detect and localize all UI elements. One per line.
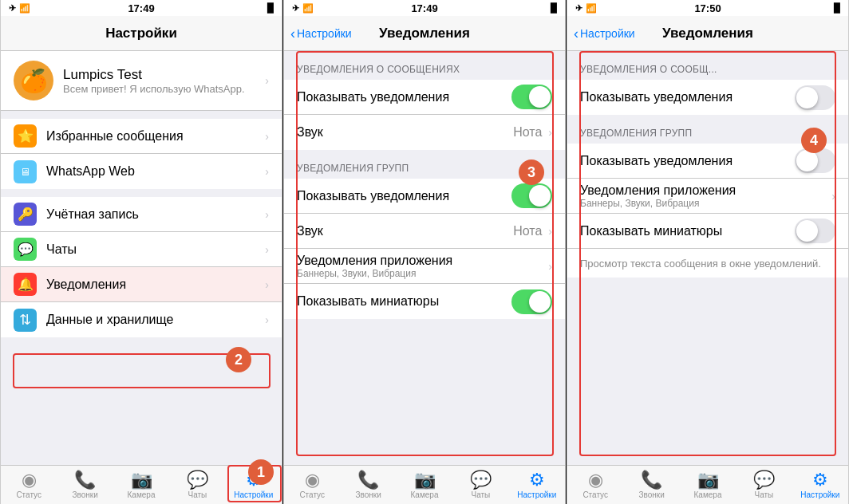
tab-camera-3[interactable]: 📷 Камера (680, 471, 736, 499)
chats-tab-icon-2: 💬 (470, 471, 492, 489)
show-thumb-toggle-3[interactable] (795, 219, 835, 243)
tab-calls-2[interactable]: 📞 Звонки (340, 471, 396, 499)
show-notif-grp-toggle[interactable] (511, 183, 552, 208)
starred-chevron: › (265, 130, 269, 143)
tab-camera-label-3: Камера (694, 490, 722, 499)
show-thumbnail-row[interactable]: Показывать миниатюры (284, 284, 565, 319)
time-1: 17:49 (128, 2, 154, 14)
tab-status-3[interactable]: ◉ Статус (567, 471, 623, 499)
battery-icon: ▉ (267, 3, 274, 14)
status-bar-1: ✈ 📶 17:49 ▉ (1, 0, 282, 16)
show-thumbnail-row-3[interactable]: Показывать миниатюры (567, 214, 848, 249)
note-row-3: Просмотр текста сообщения в окне уведомл… (567, 249, 848, 278)
account-chevron: › (265, 208, 269, 221)
status-right-2: ▉ (551, 3, 557, 14)
tab-calls-3[interactable]: 📞 Звонки (623, 471, 679, 499)
tab-chats-3[interactable]: 💬 Чаты (736, 471, 792, 499)
show-notifications-grp-row[interactable]: Показывать уведомления (284, 179, 565, 214)
show-thumb-label-3: Показывать миниатюры (580, 224, 795, 238)
whatsapp-web-label: WhatsApp Web (46, 164, 262, 179)
sound-msg-label: Звук (297, 125, 513, 140)
tab-settings-3[interactable]: ⚙ Настройки (792, 471, 848, 499)
toggle-knob (529, 86, 551, 108)
show-notif-msg-toggle-3[interactable] (795, 85, 835, 110)
tab-status-2[interactable]: ◉ Статус (284, 471, 340, 499)
tab-settings-label-1: Настройки (234, 490, 273, 499)
phone-3: ✈ 📶 17:50 ▉ ‹ Настройки Уведомления УВЕД… (567, 0, 849, 504)
app-notifications-row-3[interactable]: Уведомления приложения Баннеры, Звуки, В… (567, 179, 848, 214)
app-notifications-row[interactable]: Уведомления приложения Баннеры, Звуки, В… (284, 249, 565, 284)
tab-settings-2[interactable]: ⚙ Настройки (509, 471, 565, 499)
whatsapp-web-row[interactable]: 🖥 WhatsApp Web › (1, 154, 282, 189)
tab-chats-1[interactable]: 💬 Чаты (169, 471, 225, 499)
star-icon: ⭐ (14, 124, 37, 148)
screen-2: ✈ 📶 17:49 ▉ ‹ Настройки Уведомления УВЕД… (283, 0, 567, 504)
back-arrow-2: ‹ (290, 26, 295, 41)
chat-icon: 💬 (14, 238, 37, 261)
toggle-knob-grp (529, 185, 551, 207)
note-label-3: Просмотр текста сообщения в окне уведомл… (580, 256, 835, 270)
battery-icon-3: ▉ (834, 3, 840, 14)
chats-tab-icon-3: 💬 (753, 471, 775, 489)
chats-row[interactable]: 💬 Чаты › (1, 232, 282, 267)
status-left-1: ✈ 📶 (9, 3, 30, 14)
screen-3: ✈ 📶 17:50 ▉ ‹ Настройки Уведомления УВЕД… (567, 0, 849, 504)
nav-back-2[interactable]: ‹ Настройки (290, 26, 352, 41)
bell-icon: 🔔 (14, 273, 37, 296)
profile-row[interactable]: 🍊 Lumpics Test Всем привет! Я использую … (1, 51, 282, 111)
tab-chats-2[interactable]: 💬 Чаты (452, 471, 508, 499)
section-header-msg-3: УВЕДОМЛЕНИЯ О СООБЩ... (567, 51, 848, 80)
nav-bar-1: Настройки (1, 16, 282, 51)
status-icon-2: ◉ (305, 471, 320, 489)
account-row[interactable]: 🔑 Учётная запись › (1, 197, 282, 232)
airplane-icon-3: ✈ (575, 3, 582, 14)
nav-title-3: Уведомления (662, 26, 753, 41)
sound-grp-chevron: › (548, 225, 552, 238)
sound-msg-value: Нота (513, 125, 542, 140)
phone-1: ✈ 📶 17:49 ▉ Настройки 🍊 Lumpics Test (0, 0, 282, 504)
show-notif-msg-toggle[interactable] (511, 85, 552, 109)
notifications-chevron: › (265, 278, 269, 291)
app-notif-label: Уведомления приложения Баннеры, Звуки, В… (297, 254, 545, 279)
show-notif-msg-label-3: Показывать уведомления (580, 90, 795, 104)
tab-calls-label-1: Звонки (72, 490, 97, 499)
calls-icon-1: 📞 (74, 471, 96, 489)
section-gap-1 (1, 111, 282, 119)
bottom-gap-2 (284, 319, 565, 335)
bottom-gap-3 (567, 278, 848, 293)
nav-back-3[interactable]: ‹ Настройки (574, 26, 635, 41)
settings-icon-3: ⚙ (812, 471, 828, 489)
show-notif-grp-label: Показывать уведомления (297, 189, 511, 203)
content-3: УВЕДОМЛЕНИЯ О СООБЩ... Показывать уведом… (567, 51, 848, 465)
show-thumb-toggle[interactable] (511, 289, 552, 314)
tab-bar-2: ◉ Статус 📞 Звонки 📷 Камера 💬 Чаты ⚙ Наст… (284, 465, 565, 504)
table-section-grp-3: Показывать уведомления Уведомления прило… (567, 144, 848, 278)
tab-status-1[interactable]: ◉ Статус (1, 471, 57, 499)
badge-1: 1 (248, 459, 274, 485)
table-section-2: 🔑 Учётная запись › 💬 Чаты › 🔔 (1, 197, 282, 337)
chats-label: Чаты (46, 242, 262, 257)
back-label-3: Настройки (580, 27, 635, 40)
data-row[interactable]: ⇅ Данные и хранилище › (1, 302, 282, 337)
sound-msg-row[interactable]: Звук Нота › (284, 115, 565, 150)
show-notifications-msg-row-3[interactable]: Показывать уведомления (567, 80, 848, 115)
airplane-icon-2: ✈ (292, 3, 299, 14)
tab-camera-2[interactable]: 📷 Камера (397, 471, 452, 499)
settings-icon-2: ⚙ (529, 471, 545, 489)
camera-icon-3: 📷 (697, 471, 719, 489)
starred-row[interactable]: ⭐ Избранные сообщения › (1, 119, 282, 154)
key-icon: 🔑 (14, 203, 37, 226)
notifications-row[interactable]: 🔔 Уведомления › (1, 267, 282, 302)
status-bar-3: ✈ 📶 17:50 ▉ (567, 0, 848, 16)
toggle-knob-thumb (529, 291, 551, 313)
tab-camera-1[interactable]: 📷 Камера (113, 471, 169, 499)
camera-icon-1: 📷 (131, 471, 152, 489)
tab-settings-label-3: Настройки (800, 490, 839, 499)
show-notifications-msg-row[interactable]: Показывать уведомления (284, 80, 565, 115)
tab-calls-1[interactable]: 📞 Звонки (57, 471, 113, 499)
screen-1: ✈ 📶 17:49 ▉ Настройки 🍊 Lumpics Test (0, 0, 283, 504)
tab-status-label-3: Статус (582, 490, 608, 499)
profile-avatar: 🍊 (14, 61, 53, 100)
sound-grp-row[interactable]: Звук Нота › (284, 214, 565, 249)
toggle-knob-3-thumb (796, 220, 818, 242)
